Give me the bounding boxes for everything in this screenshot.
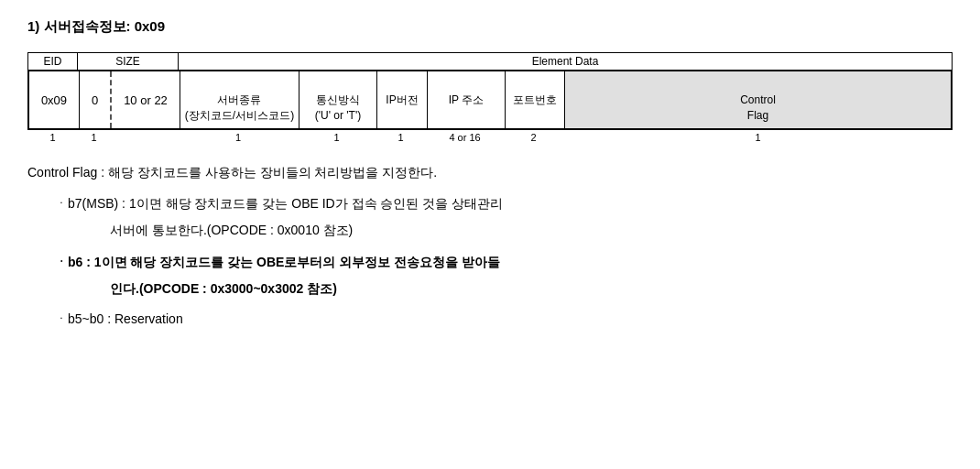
table-wrapper: EID SIZE Element Data 0x09 0 10 or 22 서버… <box>27 52 953 143</box>
footer-ctrl: 1 <box>563 132 953 143</box>
desc-line-3: 서버에 통보한다.(OPCODE : 0x0010 참조) <box>27 219 953 242</box>
size-top-header: SIZE <box>78 52 179 70</box>
top-header-row: EID SIZE Element Data <box>27 52 953 70</box>
eid-top-header: EID <box>27 52 78 70</box>
footer-row: 1 1 1 1 1 4 or 16 2 1 <box>27 132 953 143</box>
cell-ipaddr: IP 주소 <box>428 71 506 128</box>
footer-eid: 1 <box>27 132 78 143</box>
desc-line-5: 인다.(OPCODE : 0x3000~0x3002 참조) <box>27 278 953 300</box>
footer-size2 <box>110 132 179 143</box>
cell-size2: 10 or 22 <box>112 71 180 128</box>
desc-line-2: ㆍb7(MSB) : 1이면 해당 장치코드를 갖는 OBE ID가 접속 승인… <box>27 192 953 215</box>
cell-port: 포트번호 <box>506 71 565 128</box>
footer-ipver: 1 <box>376 132 426 143</box>
desc-line-1: Control Flag : 해당 장치코드를 사용하는 장비들의 처리방법을 … <box>27 161 953 184</box>
data-row: 0x09 0 10 or 22 서버종류 (장치코드/서비스코드) 통신방식 (… <box>27 70 953 130</box>
footer-port: 2 <box>504 132 563 143</box>
desc-line-6: ㆍb5~b0 : Reservation <box>27 308 953 331</box>
footer-ipaddr: 4 or 16 <box>426 132 504 143</box>
cell-size1: 0 <box>80 71 112 128</box>
footer-size1: 1 <box>78 132 110 143</box>
desc-section: Control Flag : 해당 장치코드를 사용하는 장비들의 처리방법을 … <box>27 161 953 331</box>
cell-eid: 0x09 <box>29 71 80 128</box>
footer-svc: 1 <box>179 132 298 143</box>
section-title: 1) 서버접속정보: 0x09 <box>27 18 953 36</box>
desc-line-4: ㆍb6 : 1이면 해당 장치코드를 갖는 OBE로부터의 외부정보 전송요청을… <box>27 251 953 274</box>
cell-svctype: 서버종류 (장치코드/서비스코드) <box>180 71 299 128</box>
footer-comm: 1 <box>298 132 376 143</box>
cell-commtype: 통신방식 ('U' or 'T') <box>299 71 377 128</box>
element-data-top-header: Element Data <box>179 52 953 70</box>
cell-controlflag: Control Flag <box>565 71 951 128</box>
cell-ipver: IP버전 <box>377 71 428 128</box>
